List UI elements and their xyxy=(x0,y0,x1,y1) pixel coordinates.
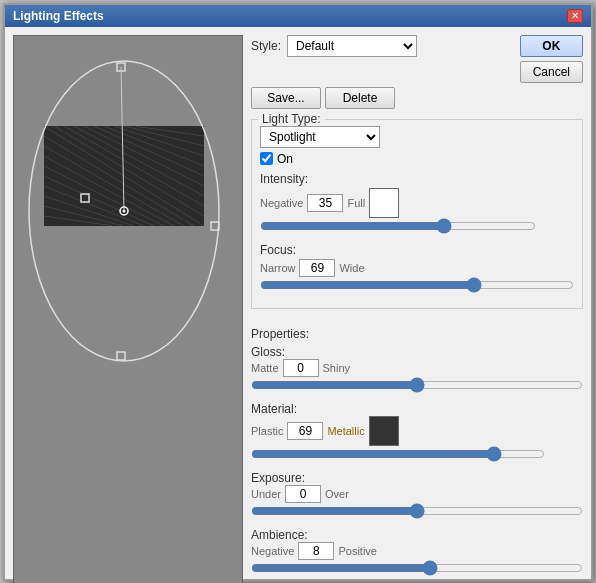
exposure-row: Under Over xyxy=(251,485,583,503)
style-row: Style: Default xyxy=(251,35,417,57)
delete-button[interactable]: Delete xyxy=(325,87,395,109)
material-left: Plastic xyxy=(251,425,283,437)
material-label: Material: xyxy=(251,402,297,416)
top-section: Style: Default OK Cancel xyxy=(251,35,583,83)
focus-left: Narrow xyxy=(260,262,295,274)
focus-group: Focus: Narrow 69 Wide xyxy=(260,243,574,296)
preview-area xyxy=(13,35,243,584)
properties-label: Properties: xyxy=(251,327,583,341)
gloss-row: Matte Shiny xyxy=(251,359,583,377)
material-value[interactable] xyxy=(287,422,323,440)
exposure-group: Exposure: Under Over xyxy=(251,471,583,522)
intensity-slider[interactable] xyxy=(260,218,536,234)
focus-label: Focus: xyxy=(260,243,296,257)
save-button[interactable]: Save... xyxy=(251,87,321,109)
exposure-left: Under xyxy=(251,488,281,500)
intensity-label-row: Intensity: xyxy=(260,172,574,186)
intensity-left: Negative xyxy=(260,197,303,209)
right-panel: Style: Default OK Cancel Save... Delete … xyxy=(251,35,583,584)
light-type-box-title: Light Type: xyxy=(258,112,325,126)
ambience-group: Ambience: Negative Positive xyxy=(251,528,583,579)
style-label: Style: xyxy=(251,39,281,53)
intensity-group: Intensity: Negative 35 Full xyxy=(260,172,574,237)
save-delete-row: Save... Delete xyxy=(251,87,583,109)
material-row: Plastic Metallic xyxy=(251,416,583,446)
gloss-right: Shiny xyxy=(323,362,351,374)
intensity-label: Intensity: xyxy=(260,172,308,186)
focus-label-row: Focus: xyxy=(260,243,574,257)
cancel-button[interactable]: Cancel xyxy=(520,61,583,83)
close-button[interactable]: ✕ xyxy=(567,9,583,23)
left-panel: Preview 💡 🗑 xyxy=(13,35,243,584)
gloss-group: Gloss: Matte Shiny xyxy=(251,345,583,396)
ok-button[interactable]: OK xyxy=(520,35,583,57)
material-right: Metallic xyxy=(327,425,364,437)
dialog-body: Preview 💡 🗑 Style: Default OK Cancel xyxy=(5,27,591,584)
exposure-slider[interactable] xyxy=(251,503,583,519)
gloss-label: Gloss: xyxy=(251,345,285,359)
light-type-box: Light Type: Spotlight On Intensity: xyxy=(251,119,583,309)
ambience-left: Negative xyxy=(251,545,294,557)
gloss-value[interactable] xyxy=(283,359,319,377)
light-type-select[interactable]: Spotlight xyxy=(260,126,380,148)
material-group: Material: Plastic Metallic xyxy=(251,402,583,465)
gloss-slider[interactable] xyxy=(251,377,583,393)
intensity-value[interactable]: 35 xyxy=(307,194,343,212)
title-bar: Lighting Effects ✕ xyxy=(5,5,591,27)
focus-slider[interactable] xyxy=(260,277,574,293)
preview-canvas xyxy=(14,36,242,584)
exposure-right: Over xyxy=(325,488,349,500)
focus-value[interactable]: 69 xyxy=(299,259,335,277)
intensity-color-swatch[interactable] xyxy=(369,188,399,218)
ambience-label: Ambience: xyxy=(251,528,308,542)
dialog-title: Lighting Effects xyxy=(13,9,104,23)
properties-section: Properties: Gloss: Matte Shiny Material: xyxy=(251,323,583,584)
exposure-value[interactable] xyxy=(285,485,321,503)
style-select[interactable]: Default xyxy=(287,35,417,57)
light-type-row: Spotlight xyxy=(260,126,574,148)
svg-rect-0 xyxy=(14,36,242,584)
intensity-right: Full xyxy=(347,197,365,209)
material-slider[interactable] xyxy=(251,446,545,462)
ambience-value[interactable] xyxy=(298,542,334,560)
lighting-effects-dialog: Lighting Effects ✕ xyxy=(3,3,593,581)
ambience-row: Negative Positive xyxy=(251,542,583,560)
material-color-swatch[interactable] xyxy=(369,416,399,446)
ok-cancel-group: OK Cancel xyxy=(520,35,583,83)
ambience-right: Positive xyxy=(338,545,377,557)
ambience-slider[interactable] xyxy=(251,560,583,576)
focus-slider-row: Narrow 69 Wide xyxy=(260,259,574,277)
gloss-left: Matte xyxy=(251,362,279,374)
on-label: On xyxy=(277,152,293,166)
focus-right: Wide xyxy=(339,262,364,274)
on-checkbox-row: On xyxy=(260,152,574,166)
on-checkbox[interactable] xyxy=(260,152,273,165)
intensity-slider-row: Negative 35 Full xyxy=(260,188,574,218)
exposure-label: Exposure: xyxy=(251,471,305,485)
